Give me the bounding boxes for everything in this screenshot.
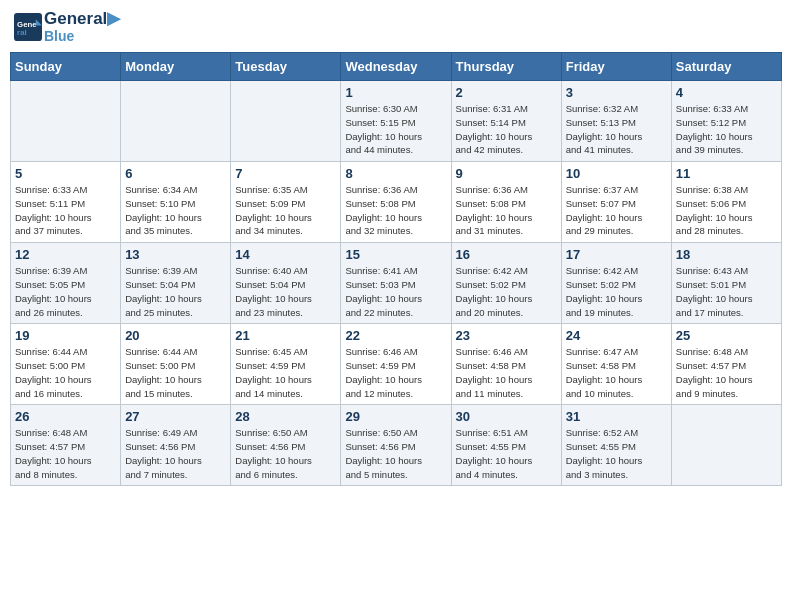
weekday-header-friday: Friday: [561, 53, 671, 81]
day-info: Sunrise: 6:36 AM Sunset: 5:08 PM Dayligh…: [456, 183, 557, 238]
calendar-cell: 14Sunrise: 6:40 AM Sunset: 5:04 PM Dayli…: [231, 243, 341, 324]
day-number: 7: [235, 166, 336, 181]
day-info: Sunrise: 6:33 AM Sunset: 5:12 PM Dayligh…: [676, 102, 777, 157]
weekday-header-row: SundayMondayTuesdayWednesdayThursdayFrid…: [11, 53, 782, 81]
day-number: 31: [566, 409, 667, 424]
day-number: 26: [15, 409, 116, 424]
calendar-cell: 20Sunrise: 6:44 AM Sunset: 5:00 PM Dayli…: [121, 324, 231, 405]
week-row-2: 5Sunrise: 6:33 AM Sunset: 5:11 PM Daylig…: [11, 162, 782, 243]
day-number: 16: [456, 247, 557, 262]
day-number: 10: [566, 166, 667, 181]
day-info: Sunrise: 6:49 AM Sunset: 4:56 PM Dayligh…: [125, 426, 226, 481]
day-number: 4: [676, 85, 777, 100]
day-info: Sunrise: 6:33 AM Sunset: 5:11 PM Dayligh…: [15, 183, 116, 238]
day-info: Sunrise: 6:43 AM Sunset: 5:01 PM Dayligh…: [676, 264, 777, 319]
weekday-header-thursday: Thursday: [451, 53, 561, 81]
calendar-cell: 19Sunrise: 6:44 AM Sunset: 5:00 PM Dayli…: [11, 324, 121, 405]
day-info: Sunrise: 6:44 AM Sunset: 5:00 PM Dayligh…: [15, 345, 116, 400]
day-info: Sunrise: 6:51 AM Sunset: 4:55 PM Dayligh…: [456, 426, 557, 481]
calendar-cell: [11, 81, 121, 162]
calendar-cell: 16Sunrise: 6:42 AM Sunset: 5:02 PM Dayli…: [451, 243, 561, 324]
day-number: 13: [125, 247, 226, 262]
day-info: Sunrise: 6:40 AM Sunset: 5:04 PM Dayligh…: [235, 264, 336, 319]
weekday-header-sunday: Sunday: [11, 53, 121, 81]
calendar-cell: 24Sunrise: 6:47 AM Sunset: 4:58 PM Dayli…: [561, 324, 671, 405]
weekday-header-monday: Monday: [121, 53, 231, 81]
day-info: Sunrise: 6:48 AM Sunset: 4:57 PM Dayligh…: [676, 345, 777, 400]
calendar-cell: 18Sunrise: 6:43 AM Sunset: 5:01 PM Dayli…: [671, 243, 781, 324]
weekday-header-wednesday: Wednesday: [341, 53, 451, 81]
day-number: 23: [456, 328, 557, 343]
day-number: 14: [235, 247, 336, 262]
day-info: Sunrise: 6:30 AM Sunset: 5:15 PM Dayligh…: [345, 102, 446, 157]
day-info: Sunrise: 6:39 AM Sunset: 5:04 PM Dayligh…: [125, 264, 226, 319]
day-info: Sunrise: 6:50 AM Sunset: 4:56 PM Dayligh…: [235, 426, 336, 481]
week-row-1: 1Sunrise: 6:30 AM Sunset: 5:15 PM Daylig…: [11, 81, 782, 162]
day-number: 30: [456, 409, 557, 424]
calendar-cell: 3Sunrise: 6:32 AM Sunset: 5:13 PM Daylig…: [561, 81, 671, 162]
calendar-cell: 26Sunrise: 6:48 AM Sunset: 4:57 PM Dayli…: [11, 405, 121, 486]
day-info: Sunrise: 6:50 AM Sunset: 4:56 PM Dayligh…: [345, 426, 446, 481]
day-info: Sunrise: 6:38 AM Sunset: 5:06 PM Dayligh…: [676, 183, 777, 238]
calendar-cell: 15Sunrise: 6:41 AM Sunset: 5:03 PM Dayli…: [341, 243, 451, 324]
calendar-cell: 8Sunrise: 6:36 AM Sunset: 5:08 PM Daylig…: [341, 162, 451, 243]
week-row-3: 12Sunrise: 6:39 AM Sunset: 5:05 PM Dayli…: [11, 243, 782, 324]
day-info: Sunrise: 6:46 AM Sunset: 4:59 PM Dayligh…: [345, 345, 446, 400]
day-info: Sunrise: 6:46 AM Sunset: 4:58 PM Dayligh…: [456, 345, 557, 400]
calendar-cell: 2Sunrise: 6:31 AM Sunset: 5:14 PM Daylig…: [451, 81, 561, 162]
day-number: 20: [125, 328, 226, 343]
day-info: Sunrise: 6:52 AM Sunset: 4:55 PM Dayligh…: [566, 426, 667, 481]
calendar-cell: 1Sunrise: 6:30 AM Sunset: 5:15 PM Daylig…: [341, 81, 451, 162]
day-info: Sunrise: 6:36 AM Sunset: 5:08 PM Dayligh…: [345, 183, 446, 238]
day-info: Sunrise: 6:31 AM Sunset: 5:14 PM Dayligh…: [456, 102, 557, 157]
svg-text:ral: ral: [17, 28, 27, 37]
day-number: 1: [345, 85, 446, 100]
day-info: Sunrise: 6:48 AM Sunset: 4:57 PM Dayligh…: [15, 426, 116, 481]
calendar-cell: 17Sunrise: 6:42 AM Sunset: 5:02 PM Dayli…: [561, 243, 671, 324]
calendar-cell: 27Sunrise: 6:49 AM Sunset: 4:56 PM Dayli…: [121, 405, 231, 486]
calendar-cell: 28Sunrise: 6:50 AM Sunset: 4:56 PM Dayli…: [231, 405, 341, 486]
day-info: Sunrise: 6:45 AM Sunset: 4:59 PM Dayligh…: [235, 345, 336, 400]
logo-text-line1: General▶: [44, 10, 120, 29]
day-number: 27: [125, 409, 226, 424]
logo-icon: Gene ral: [14, 13, 42, 41]
day-number: 22: [345, 328, 446, 343]
calendar-cell: 12Sunrise: 6:39 AM Sunset: 5:05 PM Dayli…: [11, 243, 121, 324]
day-number: 8: [345, 166, 446, 181]
day-number: 6: [125, 166, 226, 181]
day-number: 19: [15, 328, 116, 343]
calendar-cell: 30Sunrise: 6:51 AM Sunset: 4:55 PM Dayli…: [451, 405, 561, 486]
day-info: Sunrise: 6:34 AM Sunset: 5:10 PM Dayligh…: [125, 183, 226, 238]
day-number: 3: [566, 85, 667, 100]
day-info: Sunrise: 6:35 AM Sunset: 5:09 PM Dayligh…: [235, 183, 336, 238]
logo-text-line2: Blue: [44, 29, 120, 44]
calendar-cell: [121, 81, 231, 162]
day-number: 24: [566, 328, 667, 343]
calendar-cell: 29Sunrise: 6:50 AM Sunset: 4:56 PM Dayli…: [341, 405, 451, 486]
calendar-cell: 7Sunrise: 6:35 AM Sunset: 5:09 PM Daylig…: [231, 162, 341, 243]
calendar-table: SundayMondayTuesdayWednesdayThursdayFrid…: [10, 52, 782, 486]
day-info: Sunrise: 6:39 AM Sunset: 5:05 PM Dayligh…: [15, 264, 116, 319]
day-number: 12: [15, 247, 116, 262]
week-row-4: 19Sunrise: 6:44 AM Sunset: 5:00 PM Dayli…: [11, 324, 782, 405]
day-number: 9: [456, 166, 557, 181]
day-info: Sunrise: 6:42 AM Sunset: 5:02 PM Dayligh…: [456, 264, 557, 319]
calendar-cell: 6Sunrise: 6:34 AM Sunset: 5:10 PM Daylig…: [121, 162, 231, 243]
calendar-cell: 9Sunrise: 6:36 AM Sunset: 5:08 PM Daylig…: [451, 162, 561, 243]
calendar-cell: 10Sunrise: 6:37 AM Sunset: 5:07 PM Dayli…: [561, 162, 671, 243]
week-row-5: 26Sunrise: 6:48 AM Sunset: 4:57 PM Dayli…: [11, 405, 782, 486]
page-header: Gene ral General▶ Blue: [10, 10, 782, 44]
day-info: Sunrise: 6:32 AM Sunset: 5:13 PM Dayligh…: [566, 102, 667, 157]
day-info: Sunrise: 6:42 AM Sunset: 5:02 PM Dayligh…: [566, 264, 667, 319]
day-info: Sunrise: 6:37 AM Sunset: 5:07 PM Dayligh…: [566, 183, 667, 238]
calendar-cell: [231, 81, 341, 162]
day-number: 21: [235, 328, 336, 343]
day-info: Sunrise: 6:44 AM Sunset: 5:00 PM Dayligh…: [125, 345, 226, 400]
weekday-header-tuesday: Tuesday: [231, 53, 341, 81]
day-number: 25: [676, 328, 777, 343]
weekday-header-saturday: Saturday: [671, 53, 781, 81]
day-number: 29: [345, 409, 446, 424]
day-info: Sunrise: 6:41 AM Sunset: 5:03 PM Dayligh…: [345, 264, 446, 319]
day-number: 2: [456, 85, 557, 100]
calendar-cell: 22Sunrise: 6:46 AM Sunset: 4:59 PM Dayli…: [341, 324, 451, 405]
